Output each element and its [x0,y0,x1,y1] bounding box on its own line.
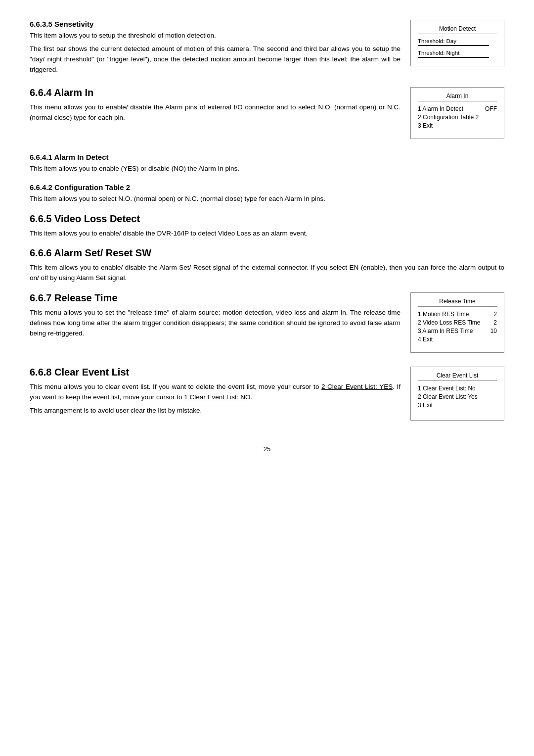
ce-row-2-label: 2 Clear Event List: Yes [418,393,478,400]
clear-event-title: Clear Event List [418,372,497,381]
alarm-row-2-label: 2 Configuration Table 2 [418,114,479,121]
rt-row-4: 4 Exit [418,336,497,343]
rt-row-1-value: 2 [493,311,497,318]
section-6641: 6.6.4.1 Alarm In Detect This item allows… [30,153,504,174]
ce-row-3-label: 3 Exit [418,402,433,409]
body-6641: This item allows you to enable (YES) or … [30,164,504,174]
alarm-in-title: Alarm In [418,93,497,101]
body-668-text1: This menu allows you to clear event list… [30,383,321,390]
heading-6641: 6.6.4.1 Alarm In Detect [30,153,504,161]
heading-666: 6.6.6 Alarm Set/ Reset SW [30,247,504,259]
rt-row-4-label: 4 Exit [418,336,433,343]
section-665: 6.6.5 Video Loss Detect This item allows… [30,213,504,239]
threshold-day-label: Threshold: Day [418,38,497,44]
section-6635: Motion Detect Threshold: Day Threshold: … [30,20,504,78]
body-665: This item allows you to enable/ disable … [30,229,504,239]
alarm-row-1-value: OFF [485,105,497,112]
rt-row-2: 2 Video Loss RES Time 2 [418,319,497,326]
body-668-text3: . [250,393,252,401]
section-666: 6.6.6 Alarm Set/ Reset SW This item allo… [30,247,504,284]
alarm-row-1: 1 Alarm In Detect OFF [418,105,497,112]
alarm-row-1-label: 1 Alarm In Detect [418,105,463,112]
box-alarm-in: Alarm In 1 Alarm In Detect OFF 2 Configu… [410,87,504,139]
release-time-title: Release Time [418,298,497,307]
page-content: Motion Detect Threshold: Day Threshold: … [30,20,504,453]
ce-row-1: 1 Clear Event List: No [418,385,497,392]
rt-row-1-label: 1 Motion RES Time [418,311,469,318]
box-motion-detect: Motion Detect Threshold: Day Threshold: … [410,20,504,66]
threshold-night-bar [418,57,489,58]
ce-row-1-label: 1 Clear Event List: No [418,385,476,392]
section-664: Alarm In 1 Alarm In Detect OFF 2 Configu… [30,87,504,144]
box-clear-event: Clear Event List 1 Clear Event List: No … [410,367,504,421]
ce-row-2: 2 Clear Event List: Yes [418,393,497,400]
page-number: 25 [30,445,504,453]
body-668-highlight1: 2 Clear Event List: YES [321,383,393,390]
rt-row-2-label: 2 Video Loss RES Time [418,319,481,326]
box-title: Motion Detect [418,25,497,34]
section-6642: 6.6.4.2 Configuration Table 2 This item … [30,183,504,204]
body-6642: This item allows you to select N.O. (nor… [30,194,504,204]
rt-row-2-value: 2 [493,319,497,326]
heading-6642: 6.6.4.2 Configuration Table 2 [30,183,504,191]
rt-row-3: 3 Alarm In RES Time 10 [418,328,497,334]
alarm-row-3: 3 Exit [418,122,497,129]
body-666: This item allows you to enable/ disable … [30,263,504,284]
threshold-night-label: Threshold: Night [418,50,497,56]
section-667: Release Time 1 Motion RES Time 2 2 Video… [30,292,504,358]
body-668-highlight2: 1 Clear Event List: NO [184,393,250,401]
ce-row-3: 3 Exit [418,402,497,409]
rt-row-1: 1 Motion RES Time 2 [418,311,497,318]
alarm-row-2: 2 Configuration Table 2 [418,114,497,121]
heading-665: 6.6.5 Video Loss Detect [30,213,504,225]
rt-row-3-value: 10 [490,328,497,334]
alarm-row-3-label: 3 Exit [418,122,433,129]
section-668: Clear Event List 1 Clear Event List: No … [30,367,504,425]
threshold-day-bar [418,45,489,46]
rt-row-3-label: 3 Alarm In RES Time [418,328,473,334]
box-release-time: Release Time 1 Motion RES Time 2 2 Video… [410,292,504,353]
